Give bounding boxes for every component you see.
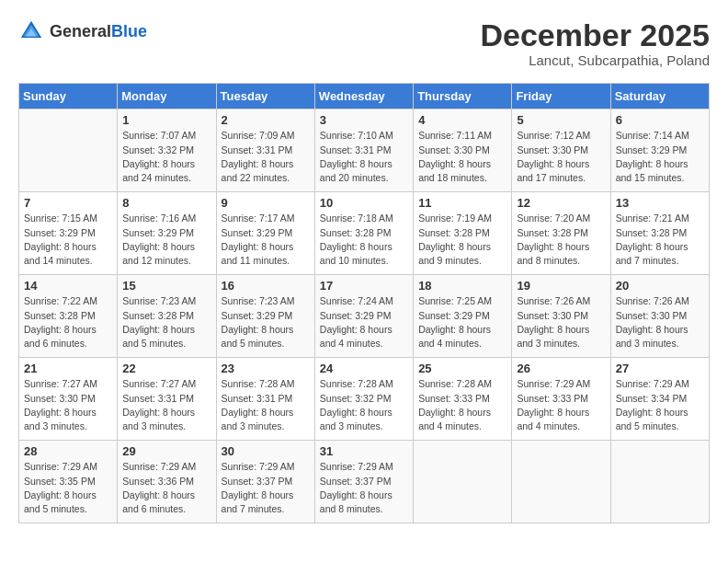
calendar-cell: 6Sunrise: 7:14 AMSunset: 3:29 PMDaylight… (610, 109, 709, 192)
calendar-week-row: 7Sunrise: 7:15 AMSunset: 3:29 PMDaylight… (19, 192, 710, 275)
location-subtitle: Lancut, Subcarpathia, Poland (480, 52, 710, 68)
calendar-cell: 22Sunrise: 7:27 AMSunset: 3:31 PMDayligh… (118, 358, 216, 441)
day-info: Sunrise: 7:29 AMSunset: 3:37 PMDaylight:… (222, 460, 310, 516)
day-number: 14 (24, 279, 112, 293)
day-number: 27 (616, 362, 704, 375)
weekday-header-thursday: Thursday (414, 84, 512, 109)
day-info: Sunrise: 7:29 AMSunset: 3:34 PMDaylight:… (616, 377, 704, 433)
day-number: 10 (320, 196, 408, 210)
day-info: Sunrise: 7:26 AMSunset: 3:30 PMDaylight:… (616, 294, 704, 350)
calendar-cell: 2Sunrise: 7:09 AMSunset: 3:31 PMDaylight… (216, 109, 314, 192)
weekday-header-wednesday: Wednesday (314, 84, 413, 109)
day-info: Sunrise: 7:18 AMSunset: 3:28 PMDaylight:… (320, 212, 408, 268)
day-number: 25 (418, 362, 506, 375)
calendar-cell: 13Sunrise: 7:21 AMSunset: 3:28 PMDayligh… (610, 192, 709, 275)
calendar-cell: 25Sunrise: 7:28 AMSunset: 3:33 PMDayligh… (414, 358, 512, 441)
day-info: Sunrise: 7:23 AMSunset: 3:29 PMDaylight:… (222, 294, 310, 350)
weekday-header-friday: Friday (512, 84, 610, 109)
day-number: 13 (616, 196, 704, 210)
day-number: 8 (122, 196, 210, 210)
day-info: Sunrise: 7:22 AMSunset: 3:28 PMDaylight:… (24, 294, 112, 350)
day-number: 31 (320, 444, 408, 458)
day-info: Sunrise: 7:07 AMSunset: 3:32 PMDaylight:… (122, 129, 210, 185)
weekday-header-saturday: Saturday (610, 84, 709, 109)
calendar-cell: 26Sunrise: 7:29 AMSunset: 3:33 PMDayligh… (512, 358, 610, 441)
calendar-cell: 5Sunrise: 7:12 AMSunset: 3:30 PMDaylight… (512, 109, 610, 192)
calendar-cell: 10Sunrise: 7:18 AMSunset: 3:28 PMDayligh… (314, 192, 413, 275)
day-info: Sunrise: 7:29 AMSunset: 3:37 PMDaylight:… (320, 460, 408, 516)
calendar-cell (19, 109, 118, 192)
day-info: Sunrise: 7:20 AMSunset: 3:28 PMDaylight:… (517, 212, 605, 268)
day-info: Sunrise: 7:26 AMSunset: 3:30 PMDaylight:… (517, 294, 605, 350)
day-info: Sunrise: 7:10 AMSunset: 3:31 PMDaylight:… (320, 129, 408, 185)
day-number: 18 (418, 279, 506, 293)
day-info: Sunrise: 7:09 AMSunset: 3:31 PMDaylight:… (222, 129, 310, 185)
logo-text-blue: Blue (111, 22, 147, 40)
calendar-cell: 11Sunrise: 7:19 AMSunset: 3:28 PMDayligh… (414, 192, 512, 275)
day-number: 1 (122, 113, 210, 127)
day-number: 24 (320, 362, 408, 375)
day-number: 11 (418, 196, 506, 210)
day-number: 20 (616, 279, 704, 293)
calendar-cell: 31Sunrise: 7:29 AMSunset: 3:37 PMDayligh… (314, 441, 413, 523)
day-info: Sunrise: 7:12 AMSunset: 3:30 PMDaylight:… (517, 129, 605, 185)
day-info: Sunrise: 7:16 AMSunset: 3:29 PMDaylight:… (122, 212, 210, 268)
calendar-week-row: 28Sunrise: 7:29 AMSunset: 3:35 PMDayligh… (19, 441, 710, 523)
day-info: Sunrise: 7:25 AMSunset: 3:29 PMDaylight:… (418, 294, 506, 350)
calendar-cell: 7Sunrise: 7:15 AMSunset: 3:29 PMDaylight… (19, 192, 118, 275)
calendar-cell (414, 441, 512, 523)
day-number: 29 (122, 444, 210, 458)
calendar-cell: 3Sunrise: 7:10 AMSunset: 3:31 PMDaylight… (314, 109, 413, 192)
day-number: 6 (616, 113, 704, 127)
weekday-header-monday: Monday (118, 84, 216, 109)
calendar-cell: 17Sunrise: 7:24 AMSunset: 3:29 PMDayligh… (314, 275, 413, 358)
day-info: Sunrise: 7:29 AMSunset: 3:36 PMDaylight:… (122, 460, 210, 516)
calendar-cell: 9Sunrise: 7:17 AMSunset: 3:29 PMDaylight… (216, 192, 314, 275)
day-info: Sunrise: 7:21 AMSunset: 3:28 PMDaylight:… (616, 212, 704, 268)
day-info: Sunrise: 7:19 AMSunset: 3:28 PMDaylight:… (418, 212, 506, 268)
calendar-week-row: 21Sunrise: 7:27 AMSunset: 3:30 PMDayligh… (19, 358, 710, 441)
main-title: December 2025 (480, 18, 710, 52)
day-number: 26 (517, 362, 605, 375)
calendar-cell: 14Sunrise: 7:22 AMSunset: 3:28 PMDayligh… (19, 275, 118, 358)
title-block: December 2025 Lancut, Subcarpathia, Pola… (480, 18, 710, 68)
day-info: Sunrise: 7:28 AMSunset: 3:31 PMDaylight:… (222, 377, 310, 433)
day-number: 2 (222, 113, 310, 127)
day-number: 3 (320, 113, 408, 127)
calendar-cell: 16Sunrise: 7:23 AMSunset: 3:29 PMDayligh… (216, 275, 314, 358)
day-number: 22 (122, 362, 210, 375)
calendar-week-row: 1Sunrise: 7:07 AMSunset: 3:32 PMDaylight… (19, 109, 710, 192)
day-number: 4 (418, 113, 506, 127)
calendar-cell: 19Sunrise: 7:26 AMSunset: 3:30 PMDayligh… (512, 275, 610, 358)
calendar-cell: 27Sunrise: 7:29 AMSunset: 3:34 PMDayligh… (610, 358, 709, 441)
day-number: 7 (24, 196, 112, 210)
day-info: Sunrise: 7:29 AMSunset: 3:35 PMDaylight:… (24, 460, 112, 516)
weekday-header-tuesday: Tuesday (216, 84, 314, 109)
day-info: Sunrise: 7:28 AMSunset: 3:32 PMDaylight:… (320, 377, 408, 433)
day-number: 5 (517, 113, 605, 127)
calendar-cell (610, 441, 709, 523)
day-info: Sunrise: 7:27 AMSunset: 3:31 PMDaylight:… (122, 377, 210, 433)
logo-icon (18, 18, 44, 44)
day-number: 15 (122, 279, 210, 293)
day-info: Sunrise: 7:15 AMSunset: 3:29 PMDaylight:… (24, 212, 112, 268)
weekday-header-row: SundayMondayTuesdayWednesdayThursdayFrid… (19, 84, 710, 109)
day-info: Sunrise: 7:17 AMSunset: 3:29 PMDaylight:… (222, 212, 310, 268)
day-number: 19 (517, 279, 605, 293)
day-number: 16 (222, 279, 310, 293)
calendar-cell (512, 441, 610, 523)
calendar-cell: 18Sunrise: 7:25 AMSunset: 3:29 PMDayligh… (414, 275, 512, 358)
calendar-cell: 4Sunrise: 7:11 AMSunset: 3:30 PMDaylight… (414, 109, 512, 192)
day-info: Sunrise: 7:28 AMSunset: 3:33 PMDaylight:… (418, 377, 506, 433)
logo: GeneralBlue (18, 18, 147, 44)
calendar-cell: 23Sunrise: 7:28 AMSunset: 3:31 PMDayligh… (216, 358, 314, 441)
calendar-cell: 21Sunrise: 7:27 AMSunset: 3:30 PMDayligh… (19, 358, 118, 441)
day-number: 12 (517, 196, 605, 210)
calendar-cell: 24Sunrise: 7:28 AMSunset: 3:32 PMDayligh… (314, 358, 413, 441)
weekday-header-sunday: Sunday (19, 84, 118, 109)
day-number: 17 (320, 279, 408, 293)
day-info: Sunrise: 7:14 AMSunset: 3:29 PMDaylight:… (616, 129, 704, 185)
day-info: Sunrise: 7:23 AMSunset: 3:28 PMDaylight:… (122, 294, 210, 350)
calendar-table: SundayMondayTuesdayWednesdayThursdayFrid… (18, 83, 710, 523)
day-info: Sunrise: 7:29 AMSunset: 3:33 PMDaylight:… (517, 377, 605, 433)
